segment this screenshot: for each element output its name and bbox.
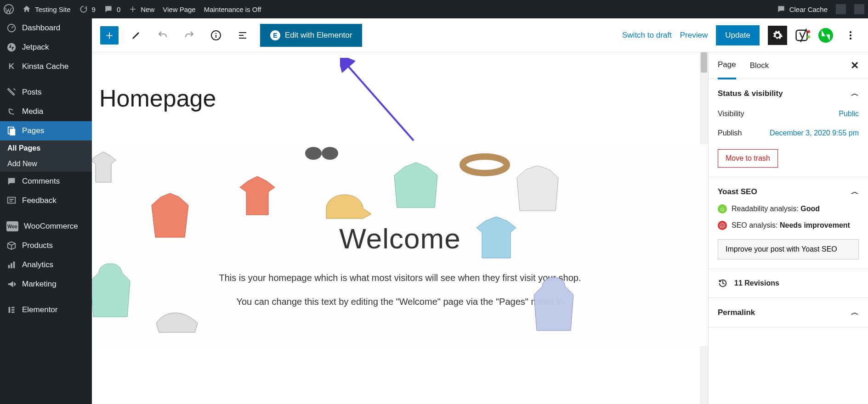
outline-button[interactable] (233, 26, 252, 45)
site-name: Testing Site (35, 6, 71, 13)
yoast-icon[interactable] (795, 28, 810, 43)
sidebar-item-woocommerce[interactable]: Woo WooCommerce (0, 217, 92, 236)
updates-link[interactable]: 9 (79, 5, 96, 14)
chevron-up-icon: ︿ (851, 88, 859, 99)
svg-point-19 (850, 31, 851, 33)
comments-link[interactable]: 0 (104, 5, 120, 14)
publish-value-link[interactable]: December 3, 2020 9:55 pm (770, 129, 859, 137)
hoodie2-icon (528, 277, 579, 332)
sweater-icon (391, 158, 446, 213)
sidebar-item-posts[interactable]: Posts (0, 83, 92, 102)
edit-with-elementor-button[interactable]: E Edit with Elementor (260, 24, 362, 47)
view-page-link[interactable]: View Page (163, 6, 195, 13)
svg-rect-7 (11, 263, 12, 268)
hero-block[interactable]: Welcome This is your homepage which is w… (92, 144, 708, 346)
svg-point-24 (322, 147, 338, 160)
permalink-toggle[interactable]: Permalink ︿ (718, 307, 859, 318)
tab-block[interactable]: Block (750, 53, 769, 79)
svg-point-18 (807, 35, 810, 38)
smiley-good-icon: ☺ (718, 204, 727, 213)
readability-row: ☺ Readability analysis: Good (718, 204, 859, 213)
updates-count: 9 (92, 6, 96, 13)
editor: ＋ E Edit with Elementor Switch to draft … (92, 18, 868, 404)
svg-point-21 (850, 38, 851, 39)
tshirt-sketch-icon (234, 172, 285, 222)
sidebar-sub-add-new[interactable]: Add New (0, 156, 92, 172)
history-icon (718, 278, 728, 288)
preview-link[interactable]: Preview (680, 31, 708, 40)
hoodie-icon (92, 264, 136, 323)
sidebar-item-products[interactable]: Products (0, 236, 92, 255)
svg-rect-15 (216, 35, 216, 38)
sidebar-item-comments[interactable]: Comments (0, 172, 92, 191)
editor-toolbar: ＋ E Edit with Elementor Switch to draft … (92, 18, 868, 52)
close-inspector-button[interactable]: ✕ (851, 60, 859, 72)
yoast-toggle[interactable]: Yoast SEO ︿ (718, 186, 859, 197)
svg-point-25 (463, 157, 507, 173)
chevron-up-icon: ︿ (851, 307, 859, 318)
sidebar-item-feedback[interactable]: Feedback (0, 191, 92, 210)
shoes-icon (152, 300, 202, 337)
svg-rect-6 (8, 265, 10, 268)
site-link[interactable]: Testing Site (22, 5, 71, 14)
move-to-trash-button[interactable]: Move to trash (718, 149, 778, 168)
maintenance-link[interactable]: Maintenance is Off (204, 6, 261, 13)
svg-rect-11 (11, 309, 14, 311)
more-options-button[interactable] (841, 26, 860, 45)
status-visibility-toggle[interactable]: Status & visibility ︿ (718, 88, 859, 99)
svg-rect-9 (9, 307, 11, 313)
adminbar-search[interactable] (854, 4, 864, 14)
sidebar-item-analytics[interactable]: Analytics (0, 255, 92, 275)
update-button[interactable]: Update (716, 25, 760, 45)
redo-button[interactable] (180, 26, 199, 45)
clear-cache-link[interactable]: Clear Cache (777, 5, 828, 14)
jacket2-icon (515, 163, 565, 218)
sidebar-item-pages[interactable]: Pages (0, 121, 92, 140)
sidebar-submenu-pages: All Pages Add New (0, 140, 92, 172)
info-button[interactable] (207, 26, 225, 45)
shirt-sketch-icon (92, 149, 129, 190)
settings-toggle-button[interactable] (768, 26, 787, 45)
improve-yoast-button[interactable]: Improve your post with Yoast SEO (718, 239, 859, 259)
sidebar-item-jetpack[interactable]: Jetpack (0, 38, 92, 57)
svg-point-23 (305, 147, 322, 160)
belt-icon (460, 144, 510, 185)
page-title[interactable]: Homepage (92, 52, 708, 144)
polo-icon (473, 213, 524, 268)
comments-count: 0 (117, 6, 120, 13)
chevron-up-icon: ︿ (851, 186, 859, 197)
sidebar-item-marketing[interactable]: Marketing (0, 275, 92, 294)
new-link[interactable]: New (129, 5, 154, 13)
visibility-label: Visibility (718, 110, 744, 118)
sidebar-item-dashboard[interactable]: Dashboard (0, 18, 92, 38)
jacket-sketch-icon (147, 190, 198, 245)
undo-button[interactable] (153, 26, 172, 45)
svg-rect-10 (11, 307, 14, 309)
svg-rect-5 (8, 197, 16, 203)
svg-rect-4 (10, 129, 15, 135)
sidebar-item-kinsta[interactable]: K Kinsta Cache (0, 57, 92, 76)
visibility-value-link[interactable]: Public (839, 110, 859, 118)
sidebar-item-elementor[interactable]: Elementor (0, 300, 92, 320)
svg-point-17 (807, 30, 810, 33)
svg-rect-8 (13, 262, 15, 269)
editor-canvas[interactable]: Homepage (92, 52, 708, 404)
tab-page[interactable]: Page (718, 52, 736, 79)
wp-logo-icon[interactable] (4, 4, 14, 14)
sidebar-sub-all-pages[interactable]: All Pages (0, 140, 92, 156)
cap-icon (317, 181, 372, 227)
jetpack-icon[interactable] (818, 28, 833, 43)
seo-row: ☹ SEO analysis: Needs improvement (718, 221, 859, 230)
sidebar-item-media[interactable]: Media (0, 102, 92, 121)
woo-icon: Woo (6, 221, 18, 231)
sunglasses-icon (303, 144, 340, 165)
kinsta-icon: K (6, 62, 17, 72)
switch-to-draft-link[interactable]: Switch to draft (622, 31, 672, 40)
publish-label: Publish (718, 129, 742, 137)
admin-sidebar: Dashboard Jetpack K Kinsta Cache Posts M… (0, 18, 92, 404)
add-block-button[interactable]: ＋ (100, 26, 119, 45)
user-avatar[interactable] (836, 4, 846, 14)
svg-rect-12 (11, 312, 14, 313)
edit-mode-button[interactable] (127, 26, 145, 45)
revisions-row[interactable]: 11 Revisions (718, 278, 859, 288)
